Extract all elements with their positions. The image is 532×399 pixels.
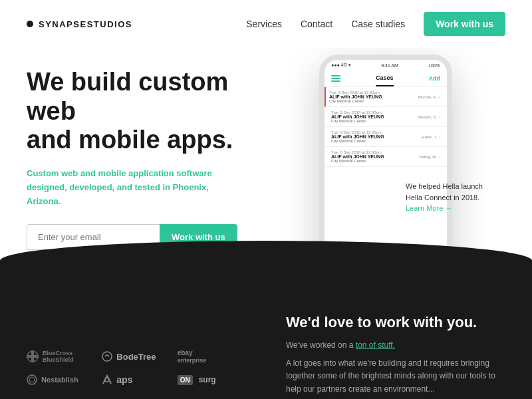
navbar: SYNAPSESTUDIOS Services Contact Case stu… <box>0 0 532 48</box>
aps-icon <box>102 374 112 385</box>
nav-link-contact[interactable]: Contact <box>301 19 332 29</box>
nav-link-services[interactable]: Services <box>246 19 282 29</box>
hero-title: We build custom web and mobile apps. <box>27 68 266 155</box>
logos-section: BlueCross BlueShield BodeTree ebayenterp… <box>0 294 273 399</box>
svg-point-4 <box>27 375 37 384</box>
svg-rect-1 <box>27 355 39 358</box>
hero-section: We build custom web and mobile apps. Cus… <box>0 48 532 294</box>
phone-battery: 100% <box>428 63 440 68</box>
dark-body-2: A lot goes into what we're building and … <box>286 357 505 396</box>
phone-time: 9:41 AM <box>381 63 398 68</box>
logo-nestablish: Nestablish <box>27 374 95 385</box>
svg-point-3 <box>102 352 112 361</box>
partner-logos-grid: BlueCross BlueShield BodeTree ebayenterp… <box>27 349 246 385</box>
phone-status-bar: ●●● 4G ▾ 9:41 AM 100% <box>325 60 447 70</box>
dark-section: BlueCross BlueShield BodeTree ebayenterp… <box>0 294 532 399</box>
phone-menu-icon[interactable] <box>331 75 340 82</box>
dark-right-content: We'd love to work with you. We've worked… <box>273 294 532 399</box>
nav-cta-button[interactable]: Work with us <box>424 12 505 36</box>
side-note: We helped Hella launch Hella Connect in … <box>406 181 492 214</box>
phone-signal: ●●● 4G ▾ <box>331 63 351 68</box>
dark-body-1: We've worked on a ton of stuff. <box>286 339 505 352</box>
svg-point-5 <box>29 377 35 382</box>
table-row: Tue, 8 Sep 2018 at 12:30pm ALIF with JOH… <box>325 147 447 167</box>
nav-links: Services Contact Case studies Work with … <box>246 12 505 36</box>
logo-aps: aps <box>102 374 170 385</box>
logo-ebay: ebayenterprise <box>178 349 246 364</box>
logo-bodetree: BodeTree <box>102 351 170 362</box>
logo-dot <box>27 21 33 27</box>
table-row: Tue, 8 Sep 2018 at 12:30pm ALIF with JOH… <box>325 107 447 127</box>
side-note-link[interactable]: Learn More → <box>406 204 452 212</box>
logo-bluecross: BlueCross BlueShield <box>27 350 95 363</box>
phone-tab-cases[interactable]: Cases <box>376 70 394 86</box>
dark-title: We'd love to work with you. <box>286 314 505 331</box>
logo: SYNAPSESTUDIOS <box>27 19 132 29</box>
side-note-text: We helped Hella launch Hella Connect in … <box>406 181 492 203</box>
phone-tabs: Cases Add <box>325 70 447 87</box>
hero-wave <box>0 241 532 294</box>
nestablish-icon <box>27 374 37 385</box>
table-row: Tue, 8 Sep 2018 at 12:30pm ALIF with JOH… <box>325 87 447 107</box>
nav-link-case-studies[interactable]: Case studies <box>351 19 405 29</box>
logo-onsurg: ON surg <box>178 375 246 385</box>
bodetree-icon <box>102 351 112 362</box>
bluecross-icon <box>27 350 39 362</box>
dark-body-link[interactable]: ton of stuff. <box>356 340 395 350</box>
logo-text: SYNAPSESTUDIOS <box>39 19 132 29</box>
phone-tab-add[interactable]: Add <box>429 71 441 86</box>
hero-subtitle: Custom web and mobile application softwa… <box>27 167 239 208</box>
table-row: Tue, 8 Sep 2018 at 12:30pm ALIF with JOH… <box>325 127 447 147</box>
